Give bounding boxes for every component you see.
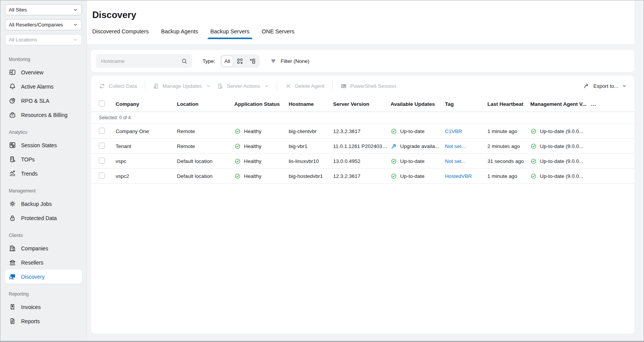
- page-title: Discovery: [92, 10, 634, 20]
- row-checkbox[interactable]: [99, 173, 105, 179]
- column-header-server-version[interactable]: Server Version: [333, 101, 391, 107]
- cell-company: Tenant: [116, 143, 177, 149]
- row-checkbox[interactable]: [99, 158, 105, 164]
- column-header-last-heartbeat[interactable]: Last Heartbeat: [487, 101, 530, 107]
- row-checkbox[interactable]: [99, 143, 105, 149]
- vertical-scrollbar-track[interactable]: [634, 0, 644, 341]
- sidebar-item-overview[interactable]: Overview: [5, 65, 82, 79]
- cell-application-status: Healthy: [234, 173, 289, 179]
- page-header: Discovery Discovered Computers Backup Ag…: [87, 0, 634, 45]
- filter-button[interactable]: Filter (None): [270, 58, 309, 64]
- manage-updates-button[interactable]: Manage Updates: [153, 83, 211, 89]
- sidebar-item-active-alarms[interactable]: Active Alarms: [5, 79, 82, 94]
- cell-last-heartbeat: 31 seconds ago: [487, 158, 530, 164]
- bell-icon: [9, 83, 16, 90]
- search-input[interactable]: [100, 58, 181, 64]
- resellers-companies-dropdown-value: All Resellers/Companies: [9, 22, 63, 28]
- more-columns-button[interactable]: ...: [591, 101, 634, 107]
- resellers-companies-dropdown[interactable]: All Resellers/Companies: [5, 19, 82, 30]
- cell-hostname: big-hostedvbr1: [289, 173, 333, 179]
- table-row[interactable]: vspc2 Default location Healthy big-hoste…: [91, 169, 634, 184]
- sidebar-item-resources-billing[interactable]: Resources & Billing: [5, 108, 82, 122]
- sidebar-item-protected-data[interactable]: Protected Data: [5, 211, 82, 225]
- pie-chart-icon: [9, 97, 16, 104]
- table-row[interactable]: vspc Default location Healthy lis-linuxv…: [91, 154, 634, 169]
- sidebar-item-backup-jobs[interactable]: Backup Jobs: [5, 197, 82, 211]
- table-panel: Collect Data Manage Updates Server Actio…: [91, 76, 634, 334]
- up-to-date-check-icon: [530, 173, 537, 179]
- export-arrow-icon: [584, 83, 590, 89]
- sidebar-item-discovery[interactable]: Discovery: [5, 270, 82, 284]
- powershell-session-button[interactable]: PowerShell Session: [340, 83, 396, 89]
- tag-link[interactable]: C1VBR: [445, 128, 462, 134]
- up-to-date-check-icon: [530, 143, 537, 150]
- search-icon[interactable]: [181, 58, 188, 64]
- delete-agent-button[interactable]: Delete Agent: [285, 83, 324, 89]
- tab-discovered-computers[interactable]: Discovered Computers: [92, 28, 149, 39]
- app-window: All Sites All Resellers/Companies All Lo…: [0, 0, 644, 342]
- row-checkbox[interactable]: [99, 128, 105, 134]
- sidebar-item-tops[interactable]: TOPs: [5, 152, 82, 166]
- column-header-application-status[interactable]: Application Status: [234, 101, 289, 107]
- wallet-icon: [9, 111, 16, 118]
- sidebar-item-invoices[interactable]: Invoices: [5, 300, 82, 314]
- cell-last-heartbeat: 1 minute ago: [487, 128, 530, 134]
- search-box: [96, 54, 192, 68]
- sidebar-item-trends[interactable]: Trends: [5, 166, 82, 181]
- table-row[interactable]: Company One Remote Healthy big-clientvbr…: [91, 124, 634, 139]
- tag-link[interactable]: HostedVBR: [445, 173, 472, 179]
- up-to-date-check-icon: [391, 173, 397, 179]
- trend-chart-icon: [9, 170, 16, 177]
- server-actions-button[interactable]: Server Actions: [217, 83, 269, 89]
- cell-application-status: Healthy: [234, 143, 289, 150]
- type-option-all[interactable]: All: [221, 56, 233, 67]
- cell-company: Company One: [116, 128, 177, 134]
- sites-dropdown[interactable]: All Sites: [5, 4, 82, 15]
- type-option-client-servers[interactable]: [234, 56, 246, 67]
- tab-one-servers[interactable]: ONE Servers: [262, 28, 294, 39]
- chevron-down-icon: [264, 84, 269, 89]
- section-label-clients: Clients: [9, 233, 78, 238]
- tab-backup-servers[interactable]: Backup Servers: [210, 28, 249, 39]
- export-to-button[interactable]: Export to...: [584, 83, 627, 89]
- cell-location: Remote: [177, 143, 234, 149]
- bank-icon: [9, 259, 16, 266]
- cell-management-agent-version: Up-to-date (9.0.0...: [530, 173, 591, 179]
- cell-management-agent-version: Up-to-date (9.0.0...: [530, 128, 591, 135]
- healthy-check-icon: [234, 173, 241, 179]
- building-plus-icon: [9, 156, 16, 163]
- company-building-icon: [9, 245, 16, 252]
- toolbar-divider: [332, 81, 333, 90]
- column-header-management-agent-version[interactable]: Management Agent V...: [530, 101, 591, 107]
- document-icon: [9, 317, 16, 325]
- cell-application-status: Healthy: [234, 158, 289, 164]
- type-option-hosted-servers[interactable]: [247, 56, 258, 67]
- table-row[interactable]: Tenant Remote Healthy big-vbr1 11.0.1.12…: [91, 139, 634, 154]
- sidebar-item-resellers[interactable]: Resellers: [5, 255, 82, 270]
- column-header-company[interactable]: Company: [116, 101, 177, 107]
- sidebar-item-companies[interactable]: Companies: [5, 241, 82, 255]
- sidebar-item-session-states[interactable]: Session States: [5, 138, 82, 152]
- tag-link[interactable]: Not set...: [445, 143, 466, 149]
- column-header-tag[interactable]: Tag: [445, 101, 487, 107]
- cell-location: Default location: [177, 158, 234, 164]
- up-to-date-check-icon: [530, 158, 537, 164]
- cell-server-version: 12.3.2.3617: [333, 128, 391, 134]
- column-header-location[interactable]: Location: [177, 101, 234, 107]
- discovery-monitor-search-icon: [9, 273, 16, 280]
- type-label: Type:: [203, 58, 215, 64]
- cell-management-agent-version: Up-to-date (9.0.0...: [530, 158, 591, 164]
- tag-link[interactable]: Not set...: [445, 158, 466, 164]
- cell-available-updates: Up-to-date: [391, 173, 445, 179]
- tab-backup-agents[interactable]: Backup Agents: [161, 28, 198, 39]
- sidebar-item-rpo-sla[interactable]: RPO & SLA: [5, 94, 82, 108]
- up-to-date-check-icon: [391, 128, 397, 135]
- sidebar-item-reports[interactable]: Reports: [5, 314, 82, 328]
- cell-location: Default location: [177, 173, 234, 179]
- cell-server-version: 11.0.1.1261 P20240304...: [333, 143, 391, 149]
- cell-available-updates: Up-to-date: [391, 128, 445, 135]
- collect-data-button[interactable]: Collect Data: [99, 83, 137, 89]
- column-header-available-updates[interactable]: Available Updates: [391, 101, 445, 107]
- column-header-hostname[interactable]: Hostname: [289, 101, 333, 107]
- select-all-checkbox[interactable]: [99, 100, 105, 107]
